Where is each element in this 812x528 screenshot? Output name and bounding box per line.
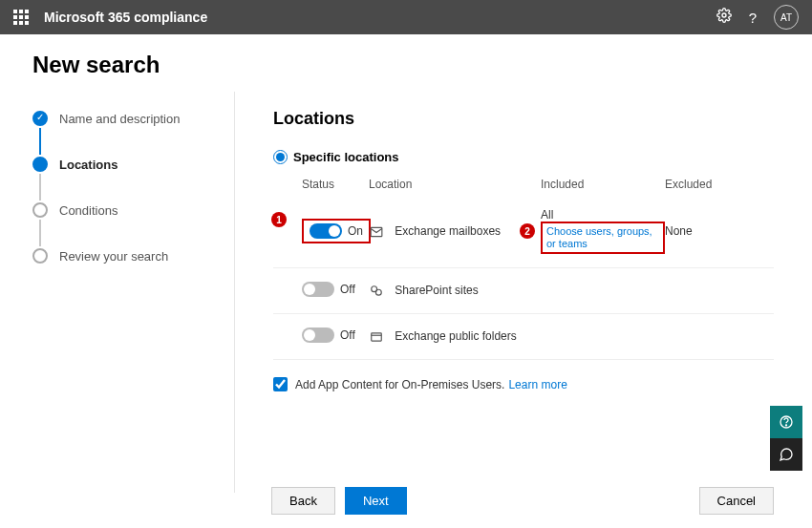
svg-rect-4 xyxy=(372,333,382,341)
learn-more-link[interactable]: Learn more xyxy=(508,378,566,391)
wizard-steps: Name and description Locations Condition… xyxy=(0,92,235,493)
step-locations[interactable]: Locations xyxy=(32,155,234,174)
step-connector xyxy=(39,174,41,201)
location-name: Exchange public folders xyxy=(395,329,516,343)
svg-point-0 xyxy=(722,13,726,17)
toggle-label: On xyxy=(348,224,363,238)
svg-point-3 xyxy=(375,290,381,296)
radio-input[interactable] xyxy=(273,150,288,164)
waffle-icon[interactable] xyxy=(13,10,29,25)
step-label: Name and description xyxy=(59,112,180,126)
exchange-icon xyxy=(369,225,384,239)
checkbox-label: Add App Content for On-Premises Users. xyxy=(295,378,504,391)
col-included: Included xyxy=(541,178,665,191)
section-heading: Locations xyxy=(273,109,774,129)
step-connector xyxy=(39,220,41,246)
app-header: Microsoft 365 compliance ? AT xyxy=(0,0,812,34)
help-icon[interactable]: ? xyxy=(749,10,757,26)
status-toggle[interactable] xyxy=(302,327,334,343)
status-toggle[interactable] xyxy=(310,223,342,239)
included-value: All xyxy=(541,208,665,222)
col-location: Location xyxy=(369,178,541,191)
cancel-button[interactable]: Cancel xyxy=(699,487,774,515)
feedback-float-icon[interactable] xyxy=(770,438,802,471)
col-excluded: Excluded xyxy=(665,178,774,191)
step-label: Conditions xyxy=(59,203,118,218)
annotation-badge-2: 2 xyxy=(520,223,535,239)
status-toggle[interactable] xyxy=(302,282,334,297)
radio-label: Specific locations xyxy=(293,150,399,164)
status-toggle-box: Off xyxy=(302,327,355,343)
float-actions xyxy=(770,406,802,471)
public-folder-icon xyxy=(369,330,384,344)
location-name: SharePoint sites xyxy=(395,284,478,297)
content-area: Name and description Locations Condition… xyxy=(0,92,812,493)
table-row: Off Exchange public folders xyxy=(273,314,774,359)
back-button[interactable]: Back xyxy=(271,487,335,515)
step-conditions[interactable]: Conditions xyxy=(32,201,234,220)
table-row: 1 On Exchange mailboxes All 2 xyxy=(273,195,774,268)
toggle-label: Off xyxy=(340,328,355,342)
location-name: Exchange mailboxes xyxy=(395,224,501,238)
main-panel: Locations Specific locations Status Loca… xyxy=(235,92,812,493)
specific-locations-radio[interactable]: Specific locations xyxy=(273,150,774,164)
step-name-description[interactable]: Name and description xyxy=(32,109,234,128)
wizard-footer: Back Next Cancel xyxy=(0,487,812,515)
annotation-badge-1: 1 xyxy=(271,212,287,227)
status-toggle-highlight: On xyxy=(302,219,371,243)
step-label: Locations xyxy=(59,158,118,172)
col-status: Status xyxy=(273,178,369,191)
status-toggle-box: Off xyxy=(302,282,355,297)
svg-point-6 xyxy=(785,425,786,426)
table-row: Off SharePoint sites xyxy=(273,268,774,314)
current-step-icon xyxy=(32,157,48,172)
pending-step-icon xyxy=(32,248,48,264)
locations-table: Status Location Included Excluded 1 On xyxy=(273,178,774,359)
avatar[interactable]: AT xyxy=(774,5,799,30)
checkbox-input[interactable] xyxy=(273,377,288,391)
choose-users-link[interactable]: Choose users, groups, or teams xyxy=(546,225,659,250)
table-header: Status Location Included Excluded xyxy=(273,178,774,195)
add-app-content-checkbox[interactable]: Add App Content for On-Premises Users. L… xyxy=(273,377,774,391)
step-review[interactable]: Review your search xyxy=(32,246,234,265)
gear-icon[interactable] xyxy=(716,8,732,27)
sharepoint-icon xyxy=(369,285,384,298)
app-title: Microsoft 365 compliance xyxy=(44,10,207,25)
help-float-icon[interactable] xyxy=(770,406,802,438)
choose-users-highlight: Choose users, groups, or teams xyxy=(541,222,665,254)
next-button[interactable]: Next xyxy=(345,487,407,515)
step-connector xyxy=(39,128,41,155)
pending-step-icon xyxy=(32,202,48,218)
page-title: New search xyxy=(0,34,812,92)
excluded-value: None xyxy=(665,224,774,238)
toggle-label: Off xyxy=(340,283,355,296)
step-label: Review your search xyxy=(59,249,168,264)
check-icon xyxy=(32,111,48,126)
